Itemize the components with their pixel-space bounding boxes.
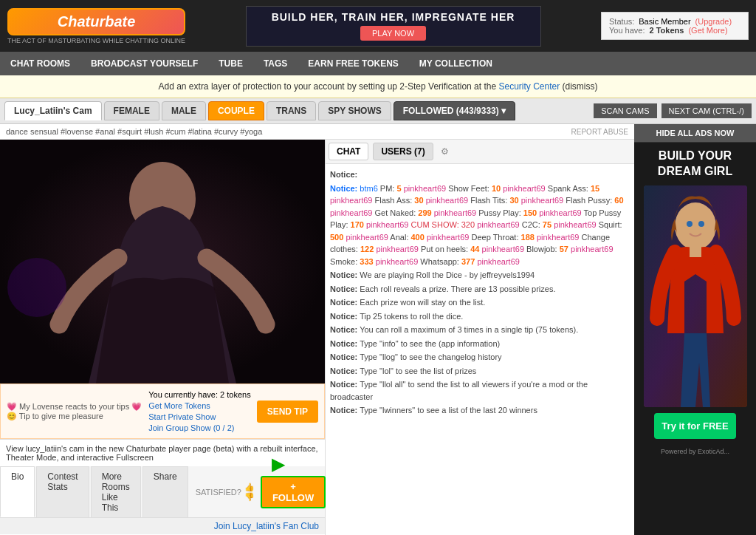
tags-text: dance sensual #lovense #anal #squirt #lu… <box>6 127 262 136</box>
chat-notice-dice2: Notice: Each roll reveals a prize. There… <box>330 283 630 296</box>
chat-notice-dice3: Notice: Each prize won will stay on the … <box>330 296 630 309</box>
alert-bar: Add an extra layer of protection to your… <box>0 75 756 98</box>
ad-banner-title: BUILD YOUR DREAM GIRL <box>640 149 750 180</box>
tab-lucy-cam[interactable]: Lucy_Latiin's Cam <box>4 101 102 120</box>
ad-column: HIDE ALL ADS NOW BUILD YOUR DREAM GIRL <box>634 124 756 535</box>
tokens-label: You have: <box>609 26 645 35</box>
svg-point-4 <box>675 202 716 250</box>
satisfied-text: SATISFIED? <box>196 488 241 497</box>
header: Chaturbate THE ACT OF MASTURBATING WHILE… <box>0 0 756 52</box>
cam-tabs-row: Lucy_Latiin's Cam FEMALE MALE COUPLE TRA… <box>0 98 756 124</box>
banner-title: BUILD HER, TRAIN HER, IMPREGNATE HER <box>272 11 515 23</box>
video-thumbnail <box>0 140 325 384</box>
try-free-button[interactable]: Try it for FREE <box>654 413 735 439</box>
ad-banner[interactable]: BUILD YOUR DREAM GIRL <box>634 143 756 535</box>
svg-rect-7 <box>690 246 701 257</box>
nav-earn-tokens[interactable]: EARN FREE TOKENS <box>298 52 408 75</box>
security-center-link[interactable]: Security Center <box>498 81 560 92</box>
get-more-tokens-link[interactable]: Get More Tokens <box>148 401 250 410</box>
chat-notice-dice1: Notice: We are playing Roll the Dice - b… <box>330 269 630 282</box>
tab-spy-shows[interactable]: SPY SHOWS <box>318 101 391 120</box>
start-private-link[interactable]: Start Private Show <box>148 412 250 421</box>
video-chat-row: 💗 My Lovense reacts to your tips 💗 😊 Tip… <box>0 140 634 535</box>
beta-notice-text: View lucy_latiin's cam in the new Chatur… <box>6 444 318 462</box>
chat-tab-chat[interactable]: CHAT <box>329 143 368 160</box>
play-now-button[interactable]: PLAY NOW <box>360 26 426 41</box>
chat-notice-llol: Notice: Type "llol all" to send the list… <box>330 378 630 403</box>
tab-couple[interactable]: COUPLE <box>208 101 264 120</box>
content-area: dance sensual #lovense #anal #squirt #lu… <box>0 124 634 535</box>
logo-wrap: Chaturbate THE ACT OF MASTURBATING WHILE… <box>7 8 185 44</box>
chat-notice-lol: Notice: Type "lol" to see the list of pr… <box>330 365 630 378</box>
chat-notice-llog: Notice: Type "llog" to see the changelog… <box>330 351 630 364</box>
bio-tabs: Bio Contest Stats More Rooms Like This S… <box>0 466 325 518</box>
chat-tab-users[interactable]: USERS (7) <box>373 143 433 160</box>
status-value: Basic Member <box>639 17 690 26</box>
chat-section: CHAT USERS (7) ⚙ Notice: Notice: btm6 PM… <box>325 140 634 535</box>
nav-collection[interactable]: MY COLLECTION <box>409 52 503 75</box>
satisfied-indicator: SATISFIED? 👍 👎 <box>190 483 261 502</box>
tab-trans[interactable]: TRANS <box>267 101 316 120</box>
user-row-1: Status: Basic Member (Upgrade) <box>609 17 740 26</box>
next-cam-button[interactable]: NEXT CAM (CTRL-/) <box>662 103 752 118</box>
tab-male[interactable]: MALE <box>162 101 206 120</box>
settings-gear-icon[interactable]: ⚙ <box>438 144 453 159</box>
hide-ads-button[interactable]: HIDE ALL ADS NOW <box>634 124 756 143</box>
chat-notice-tipmenu: Notice: btm6 PM: 5 pinkheart69 Show Feet… <box>330 183 630 268</box>
powered-by-text: Powered by ExoticAd... <box>658 445 732 458</box>
chat-notice-dice5: Notice: You can roll a maximum of 3 time… <box>330 324 630 336</box>
tip-left: 💗 My Lovense reacts to your tips 💗 😊 Tip… <box>7 402 142 421</box>
tab-followed[interactable]: FOLLOWED (443/9333) ▾ <box>394 101 515 120</box>
scan-cams-button[interactable]: SCAN CAMS <box>594 103 656 118</box>
chat-tabs: CHAT USERS (7) ⚙ <box>326 140 634 164</box>
fan-club-section: Join Lucy_latiin's Fan Club <box>0 518 325 534</box>
report-abuse-link[interactable]: REPORT ABUSE <box>571 128 628 136</box>
video-player[interactable] <box>0 140 325 384</box>
nav-chat-rooms[interactable]: CHAT ROOMS <box>0 52 80 75</box>
nav-broadcast[interactable]: BROADCAST YOURSELF <box>80 52 208 75</box>
tab-female[interactable]: FEMALE <box>104 101 159 120</box>
join-group-link[interactable]: Join Group Show (0 / 2) <box>148 423 250 432</box>
pleasure-text: 😊 Tip to give me pleasure <box>7 412 142 421</box>
user-info-box: Status: Basic Member (Upgrade) You have:… <box>601 12 749 40</box>
site-tagline: THE ACT OF MASTURBATING WHILE CHATTING O… <box>7 37 185 44</box>
video-section: 💗 My Lovense reacts to your tips 💗 😊 Tip… <box>0 140 325 535</box>
get-more-link[interactable]: (Get More) <box>688 26 727 35</box>
chat-messages: Notice: Notice: btm6 PM: 5 pinkheart69 S… <box>326 164 634 535</box>
chat-notice-lwinners: Notice: Type "lwinners" to see a list of… <box>330 404 630 417</box>
bio-tab-bio[interactable]: Bio <box>0 466 35 517</box>
bio-tab-right: SATISFIED? 👍 👎 ▶ + FOLLOW <box>190 466 326 517</box>
svg-point-6 <box>698 221 704 227</box>
site-logo[interactable]: Chaturbate <box>7 8 185 35</box>
tip-right: You currently have: 2 tokens Get More To… <box>148 390 250 432</box>
tokens-value: 2 Tokens <box>650 26 684 35</box>
tip-section: 💗 My Lovense reacts to your tips 💗 😊 Tip… <box>0 384 325 439</box>
alert-dismiss[interactable]: (dismiss) <box>563 81 598 92</box>
header-banner-ad[interactable]: BUILD HER, TRAIN HER, IMPREGNATE HER PLA… <box>246 6 541 47</box>
nav-tube[interactable]: TUBE <box>208 52 253 75</box>
bio-tab-contest[interactable]: Contest Stats <box>36 466 89 517</box>
svg-point-2 <box>7 258 66 317</box>
nav-tags[interactable]: TAGS <box>253 52 298 75</box>
lovense-text: 💗 My Lovense reacts to your tips 💗 <box>7 402 142 412</box>
chat-notice-info: Notice: Type "info" to see the (app info… <box>330 338 630 350</box>
follow-button-container: ▶ + FOLLOW <box>261 476 326 508</box>
tabs-right-buttons: SCAN CAMS NEXT CAM (CTRL-/) <box>594 103 752 118</box>
tags-bar: dance sensual #lovense #anal #squirt #lu… <box>0 124 634 140</box>
svg-point-5 <box>687 221 693 227</box>
fan-club-link[interactable]: Join Lucy_latiin's Fan Club <box>214 521 319 531</box>
user-row-2: You have: 2 Tokens (Get More) <box>609 26 740 35</box>
chat-notice-1: Notice: <box>330 168 630 181</box>
navigation: CHAT ROOMS BROADCAST YOURSELF TUBE TAGS … <box>0 52 756 75</box>
bio-tab-share[interactable]: Share <box>142 466 188 517</box>
send-tip-button[interactable]: SEND TIP <box>257 401 318 423</box>
chat-notice-dice4: Notice: Tip 25 tokens to roll the dice. <box>330 310 630 323</box>
follow-arrow-icon: ▶ <box>272 454 285 474</box>
upgrade-link[interactable]: (Upgrade) <box>695 17 732 26</box>
tokens-info: You currently have: 2 tokens <box>148 390 250 399</box>
ad-figure-image <box>644 185 747 407</box>
follow-button[interactable]: + FOLLOW <box>261 476 326 508</box>
bio-tab-more-rooms[interactable]: More Rooms Like This <box>91 466 141 517</box>
main-layout: dance sensual #lovense #anal #squirt #lu… <box>0 124 756 535</box>
status-label: Status: <box>609 17 634 26</box>
